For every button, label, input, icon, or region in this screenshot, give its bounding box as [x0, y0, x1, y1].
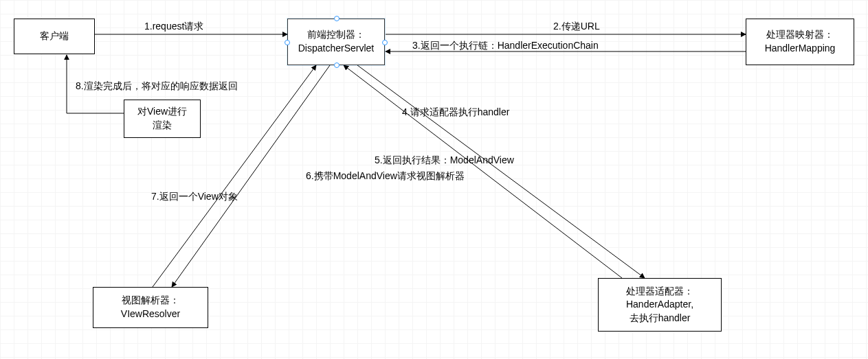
- node-render-line2: 渲染: [153, 119, 172, 132]
- node-mapping-line2: HandlerMapping: [765, 42, 836, 56]
- edge-label-3: 3.返回一个执行链：HandlerExecutionChain: [412, 40, 599, 52]
- edge-label-5: 5.返回执行结果：ModelAndView: [375, 154, 514, 167]
- node-client-line1: 客户端: [40, 30, 69, 43]
- node-client[interactable]: 客户端: [14, 19, 95, 54]
- node-render-line1: 对View进行: [137, 105, 187, 119]
- node-adapter-line2: HanderAdapter,: [626, 298, 693, 312]
- node-adapter-line3: 去执行handler: [630, 312, 691, 325]
- edge-label-2: 2.传递URL: [553, 21, 600, 33]
- resize-handle-e[interactable]: [382, 40, 388, 45]
- node-mapping[interactable]: 处理器映射器： HandlerMapping: [746, 19, 854, 65]
- edge-label-8: 8.渲染完成后，将对应的响应数据返回: [76, 80, 238, 93]
- resize-handle-w[interactable]: [285, 40, 290, 45]
- node-adapter-line1: 处理器适配器：: [626, 285, 693, 299]
- edge-label-4: 4.请求适配器执行handler: [402, 106, 509, 119]
- edge-label-6: 6.携带ModelAndView请求视图解析器: [306, 170, 465, 183]
- node-resolver-line2: VIewResolver: [121, 308, 180, 321]
- node-dispatcher-line1: 前端控制器：: [307, 28, 365, 42]
- node-dispatcher-line2: DispatcherServlet: [298, 42, 375, 56]
- node-dispatcher[interactable]: 前端控制器： DispatcherServlet: [287, 19, 385, 65]
- resize-handle-n[interactable]: [334, 16, 340, 21]
- node-adapter[interactable]: 处理器适配器： HanderAdapter, 去执行handler: [598, 278, 722, 332]
- edge-label-1: 1.request请求: [144, 21, 203, 33]
- node-render[interactable]: 对View进行 渲染: [124, 100, 201, 138]
- node-mapping-line1: 处理器映射器：: [766, 28, 834, 42]
- svg-line-6: [153, 65, 316, 287]
- node-resolver-line1: 视图解析器：: [122, 294, 179, 308]
- node-resolver[interactable]: 视图解析器： VIewResolver: [93, 287, 208, 328]
- resize-handle-s[interactable]: [334, 62, 340, 68]
- edge-label-7: 7.返回一个View对象: [151, 191, 238, 203]
